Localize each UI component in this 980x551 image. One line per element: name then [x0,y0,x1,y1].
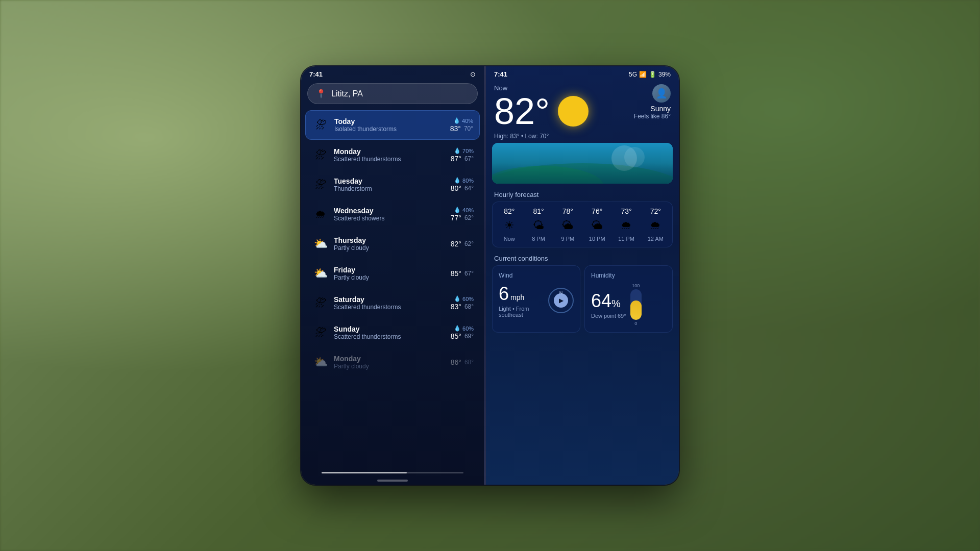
raindrop-icon: 💧 [454,207,461,213]
low-temp: 70° [540,133,549,140]
user-avatar: 👤 [652,84,671,103]
condition-desc: Scattered showers [334,215,451,222]
location-text: Lititz, PA [331,89,363,98]
forecast-item-tuesday[interactable]: ⛈ Tuesday Thunderstorm 💧 80% 80° 64° [305,170,480,199]
raindrop-icon: 💧 [454,147,461,154]
low-temp: 67° [464,155,474,162]
humidity-info: 64 % Dew point 69° [591,290,626,319]
day-name: Saturday [334,295,451,304]
temps: 85° 67° [451,269,474,278]
hourly-item-1: 81° 🌤 8 PM [524,207,553,242]
battery-text: 39% [658,71,671,78]
humidity-min-label: 0 [634,321,637,326]
right-panel: 7:41 5G 📶 🔋 39% Now 👤 Sunny Feels like 8… [486,66,679,485]
hourly-icon-2: 🌥 [562,218,573,233]
high-temp: 86° [451,358,461,366]
temps: 💧 70% 87° 67° [451,147,474,163]
day-info: Tuesday Thunderstorm [334,177,451,192]
forecast-item-thursday[interactable]: ⛅ Thursday Partly cloudy 82° 62° [305,230,480,258]
high-temp: 77° [451,214,461,222]
compass-play-button[interactable]: ▶ [554,293,568,308]
high-temp: 83° [450,124,461,133]
low-temp: 68° [464,303,474,310]
forecast-list: ⛈ Today Isolated thunderstorms 💧 40% 83°… [301,109,484,469]
forecast-item-monday[interactable]: ⛅ Monday Partly cloudy 86° 68° [305,348,480,377]
wind-compass[interactable]: N ▶ [548,288,574,313]
temps: 💧 40% 83° 70° [450,117,473,133]
day-name: Sunday [334,325,451,333]
day-name: Friday [334,266,451,274]
svg-point-2 [492,166,604,184]
signal-text: 5G [629,71,637,78]
humidity-bar [630,289,642,320]
left-time: 7:41 [309,70,323,78]
wind-card-inner: 6 mph Light • From southeast N ▶ [499,283,574,318]
dew-point-text: Dew point 69° [591,313,626,319]
raindrop-icon: 💧 [454,295,461,302]
precip-info: 💧 60% [454,325,474,332]
hourly-time-3: 10 PM [589,236,605,242]
weather-icon: ⛈ [311,323,330,342]
signal-icon: 📶 [639,71,647,78]
raindrop-icon: 💧 [453,117,460,124]
hourly-icon-3: 🌥 [592,218,603,233]
battery-icon: 🔋 [649,71,656,78]
day-name: Today [334,117,450,126]
high-temp: 85° [451,332,461,340]
humidity-card-inner: 64 % Dew point 69° 100 0 [591,283,666,326]
day-info: Today Isolated thunderstorms [334,117,450,133]
high-temp: 80° [451,184,461,192]
location-search-bar[interactable]: 📍 Lititz, PA [307,83,478,104]
wind-title: Wind [499,272,574,279]
feels-like-text: Feels like 86° [634,113,671,120]
condition-desc: Isolated thunderstorms [334,126,450,133]
weather-icon: ⛈ [311,146,330,164]
precip-info: 💧 70% [454,147,474,154]
day-name: Monday [334,147,451,156]
precip-info: 💧 80% [454,177,474,184]
hourly-temp-0: 82° [504,207,514,215]
precip-value: 40% [462,207,474,213]
forecast-item-today[interactable]: ⛈ Today Isolated thunderstorms 💧 40% 83°… [305,110,480,140]
scroll-thumb [322,472,407,473]
svg-point-1 [492,163,673,184]
precip-info: 💧 40% [453,117,473,124]
forecast-item-sunday[interactable]: ⛈ Sunday Scattered thunderstorms 💧 60% 8… [305,318,480,347]
hourly-time-1: 8 PM [532,236,545,242]
condition-text: Sunny [634,105,671,113]
temps: 💧 80% 80° 64° [451,177,474,192]
temps: 86° 68° [451,358,474,366]
day-name: Monday [334,355,451,363]
day-info: Monday Partly cloudy [334,355,451,370]
temps: 💧 60% 83° 68° [451,295,474,311]
current-temperature: 82° [494,93,550,130]
precip-value: 80% [462,178,474,184]
condition-info: 👤 Sunny Feels like 86° [634,84,671,120]
forecast-item-monday[interactable]: ⛈ Monday Scattered thunderstorms 💧 70% 8… [305,141,480,169]
scroll-indicator [322,472,463,473]
hourly-title: Hourly forecast [486,189,679,202]
forecast-item-wednesday[interactable]: 🌧 Wednesday Scattered showers 💧 40% 77° … [305,200,480,229]
weather-icon: 🌧 [311,205,330,223]
day-info: Monday Scattered thunderstorms [334,147,451,163]
wind-speed: 6 mph [499,283,544,305]
svg-rect-0 [492,143,673,184]
hourly-temp-2: 78° [562,207,573,215]
right-time: 7:41 [494,70,507,78]
hourly-item-4: 73° 🌧 11 PM [611,207,641,242]
hourly-time-0: Now [504,236,515,242]
hourly-row: 82° ☀ Now 81° 🌤 8 PM 78° 🌥 9 PM 76° 🌥 10… [492,202,673,247]
wind-description: Light • From southeast [499,306,544,318]
humidity-value: 64 [591,290,611,312]
high-low-text: High: 83° • Low: 70° [486,132,679,143]
low-temp: 70° [464,125,473,132]
high-temp: 85° [451,269,461,278]
hourly-icon-0: ☀ [504,218,514,233]
precip-value: 70% [462,148,474,154]
condition-desc: Partly cloudy [334,274,451,281]
humidity-max-label: 100 [632,283,640,288]
forecast-item-saturday[interactable]: ⛈ Saturday Scattered thunderstorms 💧 60%… [305,289,480,317]
forecast-item-friday[interactable]: ⛅ Friday Partly cloudy 85° 67° [305,259,480,288]
hourly-item-2: 78° 🌥 9 PM [553,207,582,242]
day-name: Thursday [334,236,451,244]
